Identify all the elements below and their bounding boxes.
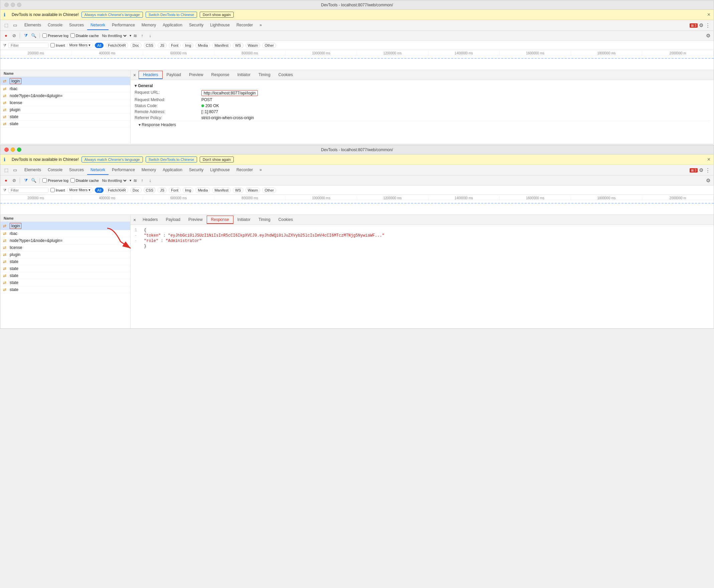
- detail-tab-initiator-top[interactable]: Initiator: [233, 71, 254, 79]
- detail-close-bottom[interactable]: ×: [130, 216, 139, 224]
- tab-console-bottom[interactable]: Console: [44, 166, 66, 175]
- always-match-btn-bottom[interactable]: Always match Chrome's language: [81, 156, 143, 163]
- detail-tab-timing-bottom[interactable]: Timing: [254, 216, 274, 224]
- filter-manifest-bottom[interactable]: Manifest: [212, 188, 231, 193]
- tab-memory-top[interactable]: Memory: [138, 21, 159, 30]
- record-icon-top[interactable]: ●: [3, 33, 9, 39]
- network-item-plugin-top[interactable]: ⇄ plugin: [0, 106, 130, 113]
- tab-performance-top[interactable]: Performance: [108, 21, 138, 30]
- detail-tab-payload-bottom[interactable]: Payload: [162, 216, 184, 224]
- upload-icon-top[interactable]: ↑: [139, 33, 145, 39]
- invert-label-bottom[interactable]: Invert: [50, 188, 65, 192]
- filter-img-bottom[interactable]: Img: [183, 188, 193, 193]
- maximize-icon[interactable]: [17, 3, 21, 7]
- filter-doc-top[interactable]: Doc: [130, 43, 142, 48]
- preserve-log-checkbox-bottom[interactable]: Preserve log: [42, 178, 68, 183]
- filter-fetchxhr-bottom[interactable]: Fetch/XHR: [105, 188, 128, 193]
- filter-input-bottom[interactable]: [8, 188, 48, 193]
- settings-icon-toolbar-bottom[interactable]: ⚙: [705, 177, 711, 184]
- filter-ws-top[interactable]: WS: [233, 43, 243, 48]
- network-item-login-top[interactable]: ⇄ login: [0, 77, 130, 85]
- device-icon-top[interactable]: ▭: [12, 22, 18, 29]
- tab-lighthouse-top[interactable]: Lighthouse: [207, 21, 233, 30]
- tab-application-top[interactable]: Application: [159, 21, 186, 30]
- network-item-state4-bottom[interactable]: ⇄ state: [0, 279, 130, 286]
- filter-manifest-top[interactable]: Manifest: [212, 43, 231, 48]
- throttle-select-bottom[interactable]: No throttling: [101, 178, 127, 183]
- network-item-state2-bottom[interactable]: ⇄ state: [0, 265, 130, 272]
- invert-label-top[interactable]: Invert: [50, 43, 65, 47]
- network-item-state1-top[interactable]: ⇄ state: [0, 113, 130, 121]
- more-options-icon-bottom[interactable]: ⋮: [704, 167, 711, 173]
- more-filters-btn-bottom[interactable]: More filters ▾: [67, 187, 93, 193]
- search-icon-bottom[interactable]: 🔍: [31, 177, 37, 184]
- invert-checkbox-top[interactable]: [50, 43, 55, 47]
- settings-icon-bottom[interactable]: ⚙: [698, 167, 704, 173]
- tab-memory-bottom[interactable]: Memory: [138, 166, 159, 175]
- filter-all-top[interactable]: All: [95, 43, 104, 48]
- close-icon[interactable]: [4, 3, 9, 7]
- filter-other-bottom[interactable]: Other: [262, 188, 276, 193]
- filter-all-bottom[interactable]: All: [95, 188, 104, 193]
- device-icon-bottom[interactable]: ▭: [12, 167, 18, 173]
- clear-icon-top[interactable]: ⊘: [11, 33, 17, 39]
- detail-tab-payload-top[interactable]: Payload: [163, 71, 185, 79]
- tab-security-top[interactable]: Security: [186, 21, 207, 30]
- filter-wasm-top[interactable]: Wasm: [245, 43, 261, 48]
- detail-tab-cookies-bottom[interactable]: Cookies: [274, 216, 297, 224]
- download-icon-top[interactable]: ↓: [147, 33, 153, 39]
- filter-input-top[interactable]: [8, 43, 48, 48]
- filter-fetchxhr-top[interactable]: Fetch/XHR: [105, 43, 128, 48]
- settings-icon-toolbar-top[interactable]: ⚙: [705, 33, 711, 39]
- tab-more-bottom[interactable]: »: [256, 166, 265, 175]
- dont-show-btn-top[interactable]: Don't show again: [200, 12, 234, 18]
- network-item-state5-bottom[interactable]: ⇄ state: [0, 286, 130, 293]
- tab-lighthouse-bottom[interactable]: Lighthouse: [207, 166, 233, 175]
- network-item-license-bottom[interactable]: ⇄ license: [0, 244, 130, 251]
- minimize-icon[interactable]: [11, 3, 15, 7]
- switch-chinese-btn-top[interactable]: Switch DevTools to Chinese: [146, 12, 197, 18]
- throttle-select-top[interactable]: No throttling: [101, 34, 127, 38]
- disable-cache-checkbox-bottom[interactable]: Disable cache: [70, 178, 99, 183]
- filter-other-top[interactable]: Other: [262, 43, 276, 48]
- filter-icon-bottom[interactable]: ⧩: [23, 177, 29, 184]
- inspect-icon-bottom[interactable]: ⬚: [3, 167, 10, 173]
- filter-media-bottom[interactable]: Media: [196, 188, 210, 193]
- record-icon-bottom[interactable]: ●: [3, 177, 9, 184]
- detail-tab-timing-top[interactable]: Timing: [254, 71, 274, 79]
- tab-application-bottom[interactable]: Application: [159, 166, 186, 175]
- filter-icon-top[interactable]: ⧩: [23, 33, 29, 39]
- dont-show-btn-bottom[interactable]: Don't show again: [200, 156, 234, 163]
- minimize-icon-bottom[interactable]: [11, 147, 15, 152]
- upload-icon-bottom[interactable]: ↑: [139, 177, 145, 184]
- clear-icon-bottom[interactable]: ⊘: [11, 177, 17, 184]
- filter-doc-bottom[interactable]: Doc: [130, 188, 142, 193]
- detail-tab-initiator-bottom[interactable]: Initiator: [233, 216, 254, 224]
- network-item-login-bottom[interactable]: ⇄ login: [0, 222, 130, 230]
- tab-performance-bottom[interactable]: Performance: [108, 166, 138, 175]
- close-infobanner-bottom[interactable]: ×: [707, 157, 710, 162]
- network-item-node-top[interactable]: ⇄ node?type=1&node=&plugin=: [0, 92, 130, 100]
- network-item-state1-bottom[interactable]: ⇄ state: [0, 258, 130, 265]
- network-item-rbac-top[interactable]: ⇄ rbac: [0, 85, 130, 92]
- general-header-top[interactable]: ▾ General: [135, 82, 710, 89]
- tab-recorder-top[interactable]: Recorder: [233, 21, 256, 30]
- tab-elements-top[interactable]: Elements: [21, 21, 44, 30]
- detail-tab-headers-top[interactable]: Headers: [139, 71, 162, 79]
- tab-network-bottom[interactable]: Network: [87, 166, 108, 175]
- tab-more-top[interactable]: »: [256, 21, 265, 30]
- always-match-btn-top[interactable]: Always match Chrome's language: [81, 12, 143, 18]
- tab-recorder-bottom[interactable]: Recorder: [233, 166, 256, 175]
- preserve-log-input-bottom[interactable]: [42, 178, 47, 183]
- filter-font-bottom[interactable]: Font: [169, 188, 181, 193]
- detail-tab-preview-bottom[interactable]: Preview: [184, 216, 207, 224]
- filter-ws-bottom[interactable]: WS: [233, 188, 243, 193]
- detail-tab-cookies-top[interactable]: Cookies: [274, 71, 297, 79]
- search-icon-top[interactable]: 🔍: [31, 33, 37, 39]
- filter-font-top[interactable]: Font: [169, 43, 181, 48]
- wifi-icon-bottom[interactable]: ≋: [133, 178, 137, 183]
- inspect-icon-top[interactable]: ⬚: [3, 22, 10, 29]
- network-item-license-top[interactable]: ⇄ license: [0, 100, 130, 106]
- tab-security-bottom[interactable]: Security: [186, 166, 207, 175]
- network-item-plugin-bottom[interactable]: ⇄ plugin: [0, 251, 130, 258]
